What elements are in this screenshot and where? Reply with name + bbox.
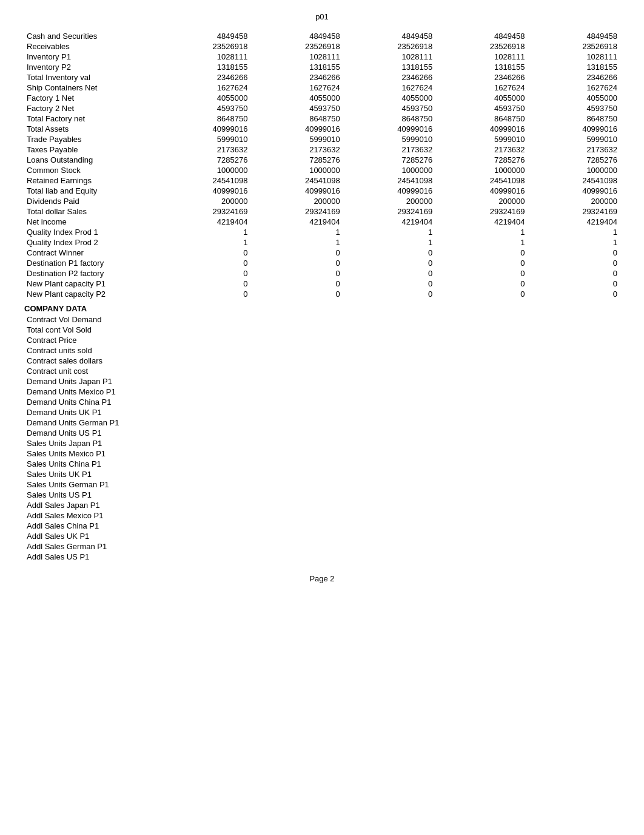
- row-value: 5999010: [435, 134, 527, 144]
- table-row: Destination P1 factory00000: [24, 258, 620, 268]
- list-item: Sales Units Mexico P1: [24, 448, 620, 459]
- list-item: Addl Sales Japan P1: [24, 500, 620, 510]
- row-value: 4219404: [528, 217, 620, 227]
- row-value: 8648750: [343, 113, 435, 124]
- row-value: 5999010: [343, 134, 435, 144]
- row-value: 0: [528, 248, 620, 258]
- row-value: 40999016: [158, 124, 250, 134]
- table-row: Total dollar Sales2932416929324169293241…: [24, 206, 620, 217]
- page-header: p01: [24, 12, 620, 21]
- row-value: 0: [343, 279, 435, 289]
- row-value: 0: [528, 268, 620, 279]
- row-value: 7285276: [158, 155, 250, 165]
- row-value: 1000000: [250, 165, 342, 175]
- row-value: 24541098: [528, 175, 620, 186]
- row-value: 1627624: [435, 83, 527, 93]
- row-value: 0: [158, 279, 250, 289]
- row-value: 1000000: [435, 165, 527, 175]
- table-row: Total Inventory val234626623462662346266…: [24, 72, 620, 83]
- table-row: Common Stock1000000100000010000001000000…: [24, 165, 620, 175]
- row-label: Total dollar Sales: [24, 206, 158, 217]
- row-value: 0: [343, 258, 435, 268]
- row-value: 1: [158, 237, 250, 248]
- row-value: 2173632: [343, 144, 435, 155]
- row-value: 200000: [250, 196, 342, 206]
- list-item: Addl Sales Mexico P1: [24, 510, 620, 521]
- row-value: 40999016: [528, 186, 620, 196]
- row-value: 7285276: [528, 155, 620, 165]
- table-row: New Plant capacity P100000: [24, 279, 620, 289]
- row-value: 0: [435, 279, 527, 289]
- row-value: 4055000: [158, 93, 250, 103]
- page-number: Page 2: [309, 574, 334, 583]
- row-value: 4849458: [528, 31, 620, 41]
- row-value: 1318155: [435, 62, 527, 72]
- row-value: 40999016: [528, 124, 620, 134]
- row-label: New Plant capacity P1: [24, 279, 158, 289]
- row-value: 1318155: [528, 62, 620, 72]
- row-value: 1000000: [343, 165, 435, 175]
- row-label: Total liab and Equity: [24, 186, 158, 196]
- row-value: 8648750: [528, 113, 620, 124]
- row-label: Taxes Payable: [24, 144, 158, 155]
- row-value: 2173632: [250, 144, 342, 155]
- row-value: 1028111: [158, 52, 250, 62]
- row-value: 0: [250, 248, 342, 258]
- row-value: 0: [250, 279, 342, 289]
- table-row: Total liab and Equity4099901640999016409…: [24, 186, 620, 196]
- row-value: 4593750: [343, 103, 435, 113]
- row-label: New Plant capacity P2: [24, 289, 158, 299]
- row-value: 2173632: [435, 144, 527, 155]
- table-row: Factory 2 Net459375045937504593750459375…: [24, 103, 620, 113]
- row-label: Receivables: [24, 41, 158, 52]
- table-row: Factory 1 Net405500040550004055000405500…: [24, 93, 620, 103]
- row-value: 0: [435, 248, 527, 258]
- row-value: 4055000: [343, 93, 435, 103]
- row-value: 8648750: [250, 113, 342, 124]
- row-value: 1: [435, 237, 527, 248]
- list-item: Demand Units UK P1: [24, 407, 620, 418]
- row-label: Common Stock: [24, 165, 158, 175]
- row-value: 4055000: [250, 93, 342, 103]
- row-value: 2346266: [528, 72, 620, 83]
- table-row: Quality Index Prod 211111: [24, 237, 620, 248]
- main-table: Cash and Securities484945848494584849458…: [24, 31, 620, 299]
- row-value: 1028111: [435, 52, 527, 62]
- row-value: 8648750: [435, 113, 527, 124]
- row-value: 2346266: [158, 72, 250, 83]
- row-value: 24541098: [158, 175, 250, 186]
- list-item: Contract Price: [24, 335, 620, 345]
- row-value: 5999010: [528, 134, 620, 144]
- list-item: Contract Vol Demand: [24, 314, 620, 325]
- row-value: 1028111: [250, 52, 342, 62]
- table-row: Inventory P21318155131815513181551318155…: [24, 62, 620, 72]
- row-value: 23526918: [435, 41, 527, 52]
- row-value: 1: [250, 227, 342, 237]
- table-row: Receivables23526918235269182352691823526…: [24, 41, 620, 52]
- row-value: 40999016: [250, 124, 342, 134]
- row-value: 5999010: [158, 134, 250, 144]
- list-item: Total cont Vol Sold: [24, 325, 620, 335]
- row-value: 200000: [435, 196, 527, 206]
- row-value: 0: [435, 258, 527, 268]
- table-row: Trade Payables59990105999010599901059990…: [24, 134, 620, 144]
- row-label: Total Assets: [24, 124, 158, 134]
- row-value: 1627624: [343, 83, 435, 93]
- row-value: 0: [158, 289, 250, 299]
- row-value: 23526918: [528, 41, 620, 52]
- table-row: Taxes Payable217363221736322173632217363…: [24, 144, 620, 155]
- row-label: Contract Winner: [24, 248, 158, 258]
- row-value: 2346266: [250, 72, 342, 83]
- row-label: Dividends Paid: [24, 196, 158, 206]
- row-value: 2346266: [343, 72, 435, 83]
- row-value: 1: [528, 237, 620, 248]
- list-item: Addl Sales UK P1: [24, 531, 620, 541]
- row-label: Quality Index Prod 1: [24, 227, 158, 237]
- row-value: 1028111: [343, 52, 435, 62]
- list-item: Demand Units US P1: [24, 428, 620, 438]
- row-label: Retained Earnings: [24, 175, 158, 186]
- row-value: 40999016: [250, 186, 342, 196]
- row-value: 0: [528, 289, 620, 299]
- row-value: 1627624: [158, 83, 250, 93]
- row-value: 1: [343, 237, 435, 248]
